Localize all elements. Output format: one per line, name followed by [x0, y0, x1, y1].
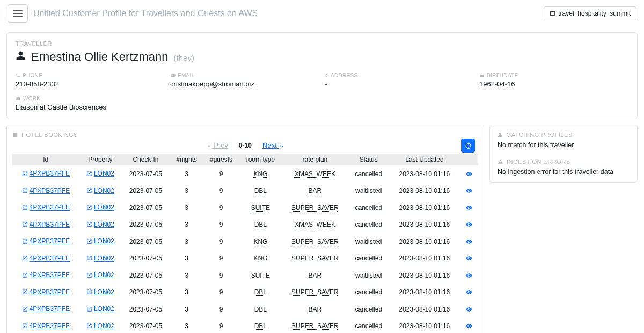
next-link[interactable]: Next: [262, 141, 285, 149]
room-cell: DBL: [239, 301, 282, 318]
traveller-pronoun: (they): [174, 53, 194, 62]
status-cell: cancelled: [348, 301, 389, 318]
nights-cell: 3: [170, 216, 203, 234]
view-button[interactable]: [460, 199, 479, 216]
booking-id-link[interactable]: 4PXPB37PFE: [22, 305, 70, 313]
table-row: 4PXPB37PFELON022023-07-0539DBLXMAS_WEEKc…: [12, 216, 478, 234]
status-cell: waitlisted: [348, 183, 389, 200]
rate-cell: BAR: [282, 301, 348, 318]
checkin-cell: 2023-07-05: [121, 301, 170, 318]
property-link[interactable]: LON02: [86, 271, 114, 279]
guests-cell: 9: [203, 165, 239, 183]
chevron-double-right-icon: [279, 143, 285, 149]
property-link[interactable]: LON02: [86, 187, 114, 194]
app-title: Unified Customer Profile for Travellers …: [33, 9, 258, 18]
column-header: #nights: [170, 154, 203, 165]
booking-id-link[interactable]: 4PXPB37PFE: [22, 170, 70, 177]
property-link[interactable]: LON02: [86, 204, 114, 211]
checkin-cell: 2023-07-05: [121, 318, 170, 334]
guests-cell: 9: [203, 216, 239, 234]
nights-cell: 3: [170, 250, 203, 267]
table-row: 4PXPB37PFELON022023-07-0539DBLSUPER_SAVE…: [12, 318, 478, 334]
traveller-name: Ernestina Ollie Kertzmann: [31, 50, 169, 64]
booking-id-link[interactable]: 4PXPB37PFE: [22, 271, 70, 279]
traveller-card: TRAVELLER Ernestina Ollie Kertzmann (the…: [6, 32, 638, 119]
checkin-cell: 2023-07-05: [121, 250, 170, 267]
errors-text: No ingestion error for this traveller da…: [497, 168, 630, 176]
refresh-icon: [464, 141, 472, 149]
domain-icon: [550, 11, 555, 16]
email-label: EMAIL: [170, 73, 319, 78]
checkin-cell: 2023-07-05: [121, 267, 170, 284]
booking-id-link[interactable]: 4PXPB37PFE: [22, 221, 70, 228]
bookings-table: IdPropertyCheck-In#nights#guestsroom typ…: [12, 154, 478, 333]
guests-cell: 9: [203, 267, 239, 284]
matching-label: MATCHING PROFILES: [497, 132, 630, 138]
matching-text: No match for this traveller: [497, 141, 630, 149]
view-button[interactable]: [460, 250, 479, 267]
nights-cell: 3: [170, 233, 203, 250]
updated-cell: 2023-08-10 01:16: [389, 165, 459, 183]
view-button[interactable]: [460, 284, 479, 301]
booking-id-link[interactable]: 4PXPB37PFE: [22, 322, 70, 330]
booking-id-link[interactable]: 4PXPB37PFE: [22, 255, 70, 262]
view-button[interactable]: [460, 318, 479, 334]
status-cell: cancelled: [348, 216, 389, 234]
rate-cell: XMAS_WEEK: [282, 216, 348, 234]
property-link[interactable]: LON02: [86, 237, 114, 245]
room-cell: DBL: [239, 216, 282, 234]
guests-cell: 9: [203, 183, 239, 200]
view-button[interactable]: [460, 233, 479, 250]
updated-cell: 2023-08-10 01:16: [389, 267, 459, 284]
property-link[interactable]: LON02: [86, 221, 114, 228]
nights-cell: 3: [170, 183, 203, 200]
checkin-cell: 2023-07-05: [121, 284, 170, 301]
rate-cell: XMAS_WEEK: [282, 165, 348, 183]
updated-cell: 2023-08-10 01:16: [389, 216, 459, 234]
column-header: Id: [12, 154, 79, 165]
room-cell: SUITE: [239, 199, 282, 216]
booking-id-link[interactable]: 4PXPB37PFE: [22, 204, 70, 211]
user-icon: [497, 132, 503, 137]
booking-id-link[interactable]: 4PXPB37PFE: [22, 187, 70, 194]
phone-value: 210-858-2332: [16, 80, 165, 88]
guests-cell: 9: [203, 318, 239, 334]
booking-id-link[interactable]: 4PXPB37PFE: [22, 237, 70, 245]
domain-value: travel_hospitality_summit: [558, 10, 631, 17]
room-cell: DBL: [239, 284, 282, 301]
property-link[interactable]: LON02: [86, 255, 114, 262]
nights-cell: 3: [170, 284, 203, 301]
checkin-cell: 2023-07-05: [121, 165, 170, 183]
table-row: 4PXPB37PFELON022023-07-0539DBLBARcancell…: [12, 301, 478, 318]
email-value: cristinakoepp@stroman.biz: [170, 80, 319, 88]
view-button[interactable]: [460, 183, 479, 200]
work-value: Liaison at Castle Biosciences: [16, 103, 628, 111]
prev-link[interactable]: Prev: [206, 141, 228, 149]
rate-cell: SUPER_SAVER: [282, 318, 348, 334]
status-cell: waitlisted: [348, 233, 389, 250]
pager-range: 0-10: [239, 142, 252, 149]
column-header: [460, 154, 479, 165]
updated-cell: 2023-08-10 01:16: [389, 233, 459, 250]
email-icon: [170, 73, 175, 78]
property-link[interactable]: LON02: [86, 305, 114, 313]
property-link[interactable]: LON02: [86, 170, 114, 177]
domain-select[interactable]: travel_hospitality_summit: [544, 6, 636, 20]
view-button[interactable]: [460, 267, 479, 284]
view-button[interactable]: [460, 165, 479, 183]
refresh-button[interactable]: [461, 139, 475, 153]
checkin-cell: 2023-07-05: [121, 199, 170, 216]
nights-cell: 3: [170, 318, 203, 334]
address-label: ADDRESS: [325, 73, 474, 78]
right-panel: MATCHING PROFILES No match for this trav…: [489, 125, 638, 183]
guests-cell: 9: [203, 284, 239, 301]
menu-button[interactable]: [8, 4, 28, 23]
property-link[interactable]: LON02: [86, 288, 114, 296]
view-button[interactable]: [460, 216, 479, 234]
booking-id-link[interactable]: 4PXPB37PFE: [22, 288, 70, 296]
property-link[interactable]: LON02: [86, 322, 114, 330]
view-button[interactable]: [460, 301, 479, 318]
updated-cell: 2023-08-10 01:16: [389, 250, 459, 267]
guests-cell: 9: [203, 233, 239, 250]
cake-icon: [479, 73, 485, 78]
